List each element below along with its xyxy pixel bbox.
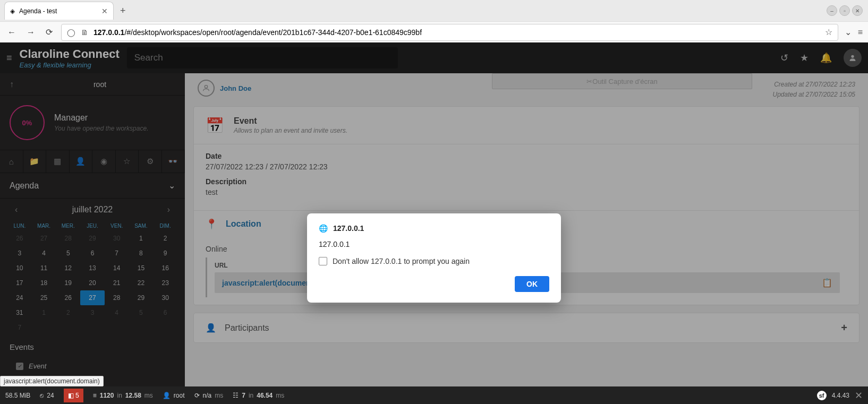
back-button[interactable]: ← [5, 25, 18, 39]
minimize-button[interactable]: – [827, 5, 837, 16]
link-hover-status: javascript:alert(document.domain) [0, 376, 104, 386]
dialog-message: 127.0.0.1 [319, 233, 549, 254]
dialog-title: 🌐 127.0.0.1 [319, 224, 549, 233]
new-tab-button[interactable]: + [116, 5, 130, 16]
nav-bar: ← → ⟳ ◯ 🗎 127.0.0.1/#/desktop/workspaces… [0, 21, 868, 42]
symfony-debug-bar[interactable]: 58.5 MiB ⎋ 24 ◧ 5 ≡ 1120 in 12.58 ms 👤 r… [0, 386, 868, 404]
symfony-version: 4.4.43 [832, 392, 849, 399]
db-render-time[interactable]: ≡ 1120 in 12.58 ms [93, 392, 153, 399]
db-queries-1[interactable]: ⎋ 24 [40, 392, 54, 399]
window-controls: – ▫ ✕ [827, 5, 863, 16]
tab-favicon: ◈ [10, 7, 15, 15]
dont-allow-checkbox[interactable]: Don't allow 127.0.0.1 to prompt you agai… [319, 254, 549, 269]
url-text: 127.0.0.1/#/desktop/workspaces/open/root… [93, 28, 820, 37]
reload-button[interactable]: ⟳ [44, 25, 55, 39]
shield-icon: ◯ [67, 28, 75, 37]
ok-button[interactable]: OK [515, 276, 549, 292]
browser-chrome: ◈ Agenda - test ✕ + ← → ⟳ ◯ 🗎 127.0.0.1/… [0, 0, 868, 42]
debug-right: sf 4.4.43 ✕ [817, 390, 863, 401]
browser-tab[interactable]: ◈ Agenda - test ✕ [4, 2, 114, 20]
db-user[interactable]: 👤 root [163, 392, 185, 399]
db-cache[interactable]: ☷ 7 in 46.54 ms [233, 392, 284, 399]
close-button[interactable]: ✕ [852, 5, 863, 16]
url-bar[interactable]: ◯ 🗎 127.0.0.1/#/desktop/workspaces/open/… [61, 24, 838, 41]
bookmark-icon[interactable]: ☆ [825, 27, 832, 37]
modal-overlay: 🌐 127.0.0.1 127.0.0.1 Don't allow 127.0.… [0, 42, 868, 386]
alert-dialog: 🌐 127.0.0.1 127.0.0.1 Don't allow 127.0.… [307, 213, 561, 303]
tab-title: Agenda - test [19, 7, 57, 15]
lock-icon: 🗎 [81, 28, 88, 37]
checkbox-icon [319, 257, 327, 265]
globe-icon: 🌐 [319, 224, 328, 233]
close-debug-icon[interactable]: ✕ [855, 390, 863, 401]
close-tab-icon[interactable]: ✕ [101, 7, 108, 15]
app: ≡ Claroline Connect Easy & flexible lear… [0, 42, 868, 386]
tab-bar: ◈ Agenda - test ✕ + [0, 0, 868, 21]
forward-button[interactable]: → [24, 25, 37, 39]
hamburger-icon[interactable]: ≡ [858, 28, 863, 37]
memory-stat: 58.5 MiB [5, 392, 30, 399]
db-error-badge[interactable]: ◧ 5 [64, 389, 83, 402]
maximize-button[interactable]: ▫ [839, 5, 850, 16]
dialog-actions: OK [319, 276, 549, 292]
symfony-icon[interactable]: sf [817, 391, 827, 400]
db-na[interactable]: ⟳ n/a ms [194, 392, 224, 399]
pocket-icon[interactable]: ⌄ [845, 27, 852, 37]
checkbox-label: Don't allow 127.0.0.1 to prompt you agai… [333, 257, 470, 265]
